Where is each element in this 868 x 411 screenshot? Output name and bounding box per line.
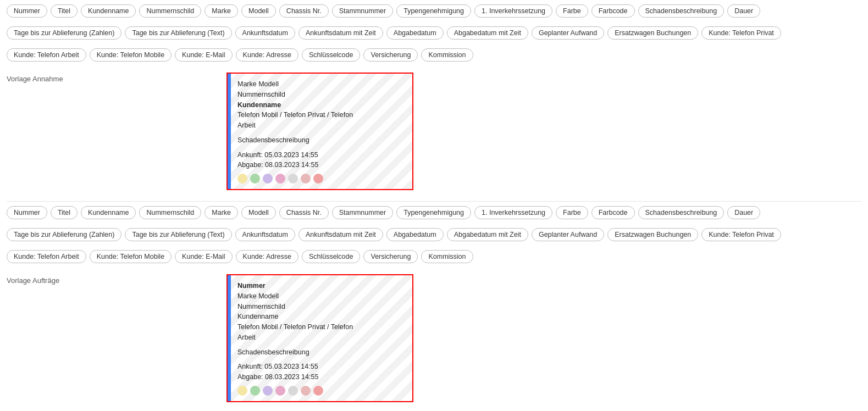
tag-versicherung[interactable]: Versicherung (363, 250, 418, 263)
tag-1.-inverkehrssetzung[interactable]: 1. Inverkehrssetzung (474, 206, 552, 219)
preview-line: Abgabe: 08.03.2023 14:55 (237, 160, 406, 170)
tag-stammnummer[interactable]: Stammnummer (332, 4, 393, 18)
tag-kunde:-telefon-privat[interactable]: Kunde: Telefon Privat (701, 228, 781, 241)
section1-tags-row1: NummerTitelKundennameNummernschildMarkeM… (0, 0, 868, 22)
color-dot (237, 174, 247, 184)
tag-schlüsselcode[interactable]: Schlüsselcode (302, 250, 361, 263)
color-dot (237, 386, 247, 396)
section2-tags-row3: Kunde: Telefon ArbeitKunde: Telefon Mobi… (0, 246, 868, 268)
spacer (237, 131, 406, 135)
tag-geplanter-aufwand[interactable]: Geplanter Aufwand (532, 228, 604, 241)
tag-schlüsselcode[interactable]: Schlüsselcode (302, 48, 361, 62)
tag-nummernschild[interactable]: Nummernschild (139, 206, 201, 219)
tag-dauer[interactable]: Dauer (727, 4, 760, 18)
preview-line: Abgabe: 08.03.2023 14:55 (237, 372, 406, 382)
spacer (237, 146, 406, 150)
tag-schadensbeschreibung[interactable]: Schadensbeschreibung (638, 4, 725, 18)
tag-farbe[interactable]: Farbe (556, 4, 588, 18)
tag-marke[interactable]: Marke (204, 4, 238, 18)
tag-abgabedatum[interactable]: Abgabedatum (386, 228, 444, 241)
tag-farbcode[interactable]: Farbcode (591, 4, 635, 18)
tag-schadensbeschreibung[interactable]: Schadensbeschreibung (638, 206, 725, 219)
tag-kunde:-telefon-mobile[interactable]: Kunde: Telefon Mobile (90, 250, 172, 263)
color-dot (263, 174, 273, 184)
color-dot (263, 386, 273, 396)
vorlage-auftraege-section: Vorlage Aufträge NummerMarke ModellNumme… (0, 268, 868, 411)
vorlage-annahme-section: Vorlage Annahme Marke ModellNummernschil… (0, 66, 868, 201)
color-dots (237, 386, 406, 396)
tag-farbcode[interactable]: Farbcode (591, 206, 635, 219)
preview-line: Ankunft: 05.03.2023 14:55 (237, 362, 406, 372)
tag-farbe[interactable]: Farbe (556, 206, 588, 219)
section1-tags-row2: Tage bis zur Ablieferung (Zahlen)Tage bi… (0, 22, 868, 44)
tag-typengenehmigung[interactable]: Typengenehmigung (396, 4, 471, 18)
color-dot (288, 386, 298, 396)
tag-ankunftsdatum-mit-zeit[interactable]: Ankunftsdatum mit Zeit (298, 26, 383, 40)
tag-nummer[interactable]: Nummer (7, 206, 47, 219)
tag-ersatzwagen-buchungen[interactable]: Ersatzwagen Buchungen (607, 228, 698, 241)
tag-tage-bis-zur-ablieferung-(zahlen)[interactable]: Tage bis zur Ablieferung (Zahlen) (7, 26, 121, 40)
color-dot (301, 174, 311, 184)
tag-kunde:-telefon-privat[interactable]: Kunde: Telefon Privat (701, 26, 781, 40)
color-dot (313, 386, 323, 396)
preview-line: Nummernschild (237, 90, 406, 100)
preview-line: Marke Modell (237, 79, 406, 90)
tag-ankunftsdatum[interactable]: Ankunftsdatum (235, 26, 295, 40)
tag-modell[interactable]: Modell (241, 4, 276, 18)
section2-tags-row1: NummerTitelKundennameNummernschildMarkeM… (0, 202, 868, 224)
tag-kunde:-telefon-arbeit[interactable]: Kunde: Telefon Arbeit (7, 48, 86, 62)
preview-line: Marke Modell (237, 291, 406, 302)
tag-kunde:-telefon-mobile[interactable]: Kunde: Telefon Mobile (90, 48, 172, 62)
tag-nummernschild[interactable]: Nummernschild (139, 4, 201, 18)
tag-stammnummer[interactable]: Stammnummer (332, 206, 393, 219)
color-dot (250, 386, 260, 396)
preview-content: Marke ModellNummernschildKundennameTelef… (231, 74, 412, 189)
tag-ersatzwagen-buchungen[interactable]: Ersatzwagen Buchungen (607, 26, 698, 40)
color-dot (288, 174, 298, 184)
tag-kunde:-e-mail[interactable]: Kunde: E-Mail (175, 250, 233, 263)
tag-titel[interactable]: Titel (51, 4, 78, 18)
tag-versicherung[interactable]: Versicherung (363, 48, 418, 62)
tag-modell[interactable]: Modell (241, 206, 276, 219)
spacer (237, 357, 406, 362)
tag-ankunftsdatum-mit-zeit[interactable]: Ankunftsdatum mit Zeit (298, 228, 383, 241)
tag-kundenname[interactable]: Kundenname (81, 4, 136, 18)
tag-kommission[interactable]: Kommission (421, 48, 473, 62)
color-dot (250, 174, 260, 184)
tag-kommission[interactable]: Kommission (421, 250, 473, 263)
vorlage-annahme-label: Vorlage Annahme (7, 73, 215, 190)
preview-line: Nummer (237, 281, 406, 291)
color-dot (313, 174, 323, 184)
tag-kunde:-e-mail[interactable]: Kunde: E-Mail (175, 48, 233, 62)
tag-kunde:-adresse[interactable]: Kunde: Adresse (236, 48, 298, 62)
tag-geplanter-aufwand[interactable]: Geplanter Aufwand (532, 26, 604, 40)
preview-line: Kundenname (237, 100, 406, 110)
color-dot (275, 386, 285, 396)
tag-kunde:-telefon-arbeit[interactable]: Kunde: Telefon Arbeit (7, 250, 86, 263)
tag-abgabedatum-mit-zeit[interactable]: Abgabedatum mit Zeit (447, 26, 528, 40)
tag-abgabedatum[interactable]: Abgabedatum (386, 26, 444, 40)
tag-typengenehmigung[interactable]: Typengenehmigung (396, 206, 471, 219)
tag-ankunftsdatum[interactable]: Ankunftsdatum (235, 228, 295, 241)
tag-nummer[interactable]: Nummer (7, 4, 47, 18)
tag-dauer[interactable]: Dauer (727, 206, 760, 219)
tag-1.-inverkehrssetzung[interactable]: 1. Inverkehrssetzung (474, 4, 552, 18)
tag-chassis-nr.[interactable]: Chassis Nr. (279, 4, 329, 18)
tag-kundenname[interactable]: Kundenname (81, 206, 136, 219)
tag-chassis-nr.[interactable]: Chassis Nr. (279, 206, 329, 219)
section2-tags-row2: Tage bis zur Ablieferung (Zahlen)Tage bi… (0, 224, 868, 246)
preview-line: Schadensbeschreibung (237, 347, 406, 358)
tag-abgabedatum-mit-zeit[interactable]: Abgabedatum mit Zeit (447, 228, 528, 241)
tag-tage-bis-zur-ablieferung-(zahlen)[interactable]: Tage bis zur Ablieferung (Zahlen) (7, 228, 121, 241)
spacer (237, 343, 406, 347)
tag-tage-bis-zur-ablieferung-(text)[interactable]: Tage bis zur Ablieferung (Text) (125, 26, 231, 40)
tag-titel[interactable]: Titel (51, 206, 78, 219)
preview-line: Telefon Mobil / Telefon Privat / Telefon (237, 322, 406, 332)
tag-kunde:-adresse[interactable]: Kunde: Adresse (236, 250, 298, 263)
preview-line: Ankunft: 05.03.2023 14:55 (237, 150, 406, 160)
tag-marke[interactable]: Marke (204, 206, 238, 219)
tag-tage-bis-zur-ablieferung-(text)[interactable]: Tage bis zur Ablieferung (Text) (125, 228, 231, 241)
preview-line: Arbeit (237, 332, 406, 343)
preview-line: Arbeit (237, 120, 406, 131)
preview-content-2: NummerMarke ModellNummernschildKundennam… (231, 275, 412, 401)
